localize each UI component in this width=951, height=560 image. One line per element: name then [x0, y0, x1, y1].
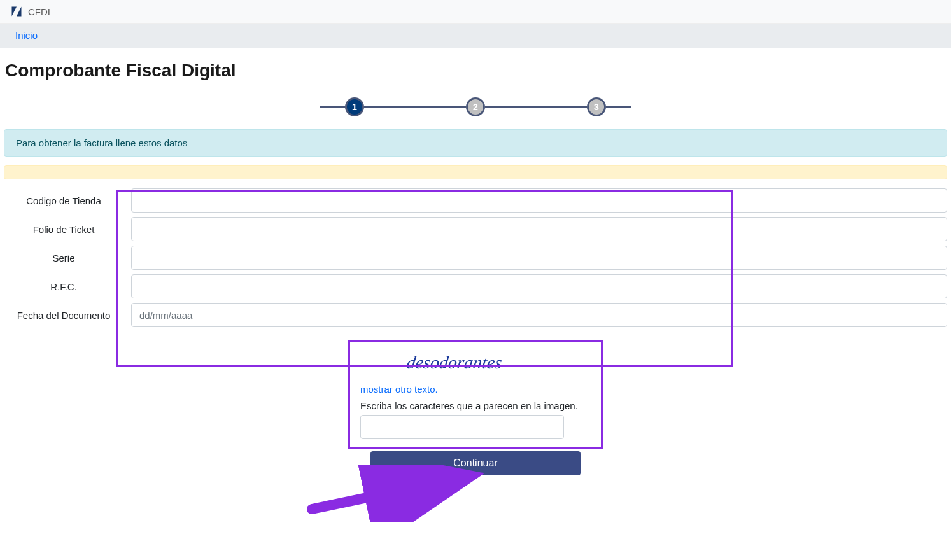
input-fecha-documento[interactable] — [131, 303, 947, 327]
brand-text: CFDI — [28, 6, 50, 17]
logo-icon — [10, 5, 23, 18]
row-serie: Serie — [4, 246, 947, 270]
input-folio-ticket[interactable] — [131, 217, 947, 241]
continue-button[interactable]: Continuar — [370, 451, 581, 475]
row-codigo-tienda: Codigo de Tienda — [4, 188, 947, 213]
captcha-refresh-link[interactable]: mostrar otro texto. — [360, 384, 438, 395]
label-fecha-documento: Fecha del Documento — [4, 310, 131, 321]
captcha-label: Escriba los caracteres que a parecen en … — [360, 400, 591, 411]
step-line — [364, 106, 466, 108]
input-rfc[interactable] — [131, 274, 947, 298]
navbar: Inicio — [0, 24, 951, 48]
step-line — [485, 106, 587, 108]
label-rfc: R.F.C. — [4, 281, 131, 292]
step-line — [320, 106, 345, 108]
step-2: 2 — [466, 97, 485, 116]
label-folio-ticket: Folio de Ticket — [4, 224, 131, 235]
step-line — [606, 106, 631, 108]
alert-warning — [4, 165, 947, 179]
step-3: 3 — [587, 97, 606, 116]
row-folio-ticket: Folio de Ticket — [4, 217, 947, 241]
row-rfc: R.F.C. — [4, 274, 947, 298]
input-codigo-tienda[interactable] — [131, 188, 947, 213]
label-codigo-tienda: Codigo de Tienda — [4, 195, 131, 206]
captcha-input[interactable] — [360, 415, 564, 439]
form-section: Codigo de Tienda Folio de Ticket Serie R… — [4, 188, 947, 327]
row-fecha-documento: Fecha del Documento — [4, 303, 947, 327]
progress-stepper: 1 2 3 — [0, 97, 951, 116]
label-serie: Serie — [4, 253, 131, 263]
page-title: Comprobante Fiscal Digital — [0, 48, 951, 91]
captcha-box: desodorantes mostrar otro texto. Escriba… — [348, 340, 603, 449]
captcha-text: desodorantes — [405, 353, 504, 372]
step-1: 1 — [345, 97, 364, 116]
input-serie[interactable] — [131, 246, 947, 270]
captcha-image: desodorantes — [360, 349, 591, 377]
alert-info: Para obtener la factura llene estos dato… — [4, 129, 947, 157]
topbar: CFDI — [0, 0, 951, 24]
nav-home-link[interactable]: Inicio — [15, 30, 38, 41]
